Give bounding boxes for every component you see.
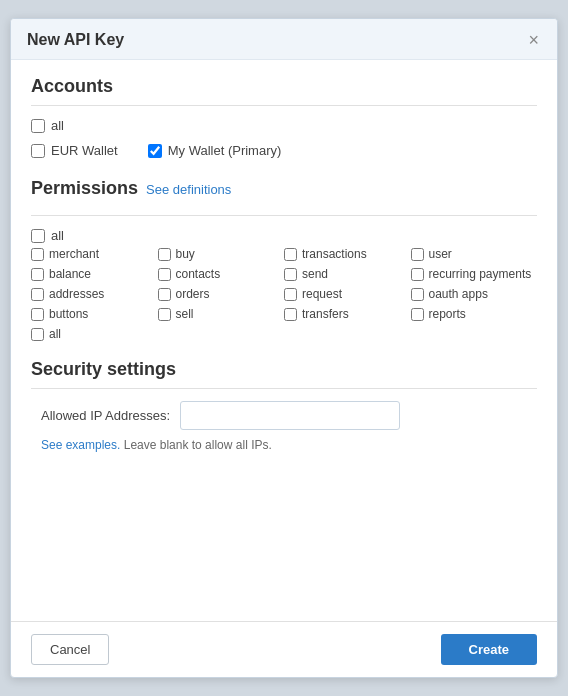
security-section: Security settings Allowed IP Addresses: …: [31, 359, 537, 452]
ip-input[interactable]: [180, 401, 400, 430]
perm-reports-checkbox[interactable]: [411, 308, 424, 321]
create-button[interactable]: Create: [441, 634, 537, 665]
perm-merchant-label[interactable]: merchant: [49, 247, 99, 261]
accounts-divider: [31, 105, 537, 106]
perms-col-3: transactions send request transfers: [284, 247, 411, 341]
modal-body: Accounts all EUR Wallet My Wallet (Prima…: [11, 60, 557, 621]
accounts-all-checkbox[interactable]: [31, 119, 45, 133]
perm-balance-checkbox[interactable]: [31, 268, 44, 281]
perm-addresses-checkbox[interactable]: [31, 288, 44, 301]
perm-sell: sell: [158, 307, 285, 321]
perms-col-2: buy contacts orders sell: [158, 247, 285, 341]
ip-label: Allowed IP Addresses:: [41, 408, 170, 423]
eur-wallet-row: EUR Wallet: [31, 143, 118, 158]
ip-hint-text: Leave blank to allow all IPs.: [120, 438, 271, 452]
perm-contacts: contacts: [158, 267, 285, 281]
perm-oauth-checkbox[interactable]: [411, 288, 424, 301]
perm-user: user: [411, 247, 538, 261]
perm-buy-label[interactable]: buy: [176, 247, 195, 261]
perm-all2: all: [31, 327, 158, 341]
permissions-header: Permissions See definitions: [31, 178, 537, 207]
perm-oauth-label[interactable]: oauth apps: [429, 287, 488, 301]
perm-user-checkbox[interactable]: [411, 248, 424, 261]
perms-col-4: user recurring payments oauth apps repor…: [411, 247, 538, 341]
permissions-title: Permissions: [31, 178, 138, 199]
accounts-all-label[interactable]: all: [51, 118, 64, 133]
perm-buttons-label[interactable]: buttons: [49, 307, 88, 321]
perm-recurring-payments: recurring payments: [411, 267, 538, 281]
perm-request-label[interactable]: request: [302, 287, 342, 301]
perm-recurring-checkbox[interactable]: [411, 268, 424, 281]
permissions-divider: [31, 215, 537, 216]
perm-contacts-checkbox[interactable]: [158, 268, 171, 281]
perm-oauth-apps: oauth apps: [411, 287, 538, 301]
perm-buttons-checkbox[interactable]: [31, 308, 44, 321]
perm-transfers-checkbox[interactable]: [284, 308, 297, 321]
my-wallet-checkbox[interactable]: [148, 144, 162, 158]
perm-contacts-label[interactable]: contacts: [176, 267, 221, 281]
wallets-row: EUR Wallet My Wallet (Primary): [31, 143, 537, 164]
accounts-title: Accounts: [31, 76, 537, 97]
my-wallet-row: My Wallet (Primary): [148, 143, 282, 158]
perm-all2-checkbox[interactable]: [31, 328, 44, 341]
perm-buy-checkbox[interactable]: [158, 248, 171, 261]
security-divider: [31, 388, 537, 389]
perm-transfers-label[interactable]: transfers: [302, 307, 349, 321]
perm-recurring-label[interactable]: recurring payments: [429, 267, 532, 281]
permissions-all-label[interactable]: all: [51, 228, 64, 243]
my-wallet-label[interactable]: My Wallet (Primary): [168, 143, 282, 158]
new-api-key-modal: New API Key × Accounts all EUR Wallet: [10, 18, 558, 678]
perm-addresses: addresses: [31, 287, 158, 301]
perm-sell-label[interactable]: sell: [176, 307, 194, 321]
perm-sell-checkbox[interactable]: [158, 308, 171, 321]
perm-orders-checkbox[interactable]: [158, 288, 171, 301]
perm-orders-label[interactable]: orders: [176, 287, 210, 301]
see-definitions-link[interactable]: See definitions: [146, 182, 231, 197]
permissions-all-row: all: [31, 228, 537, 243]
perm-merchant: merchant: [31, 247, 158, 261]
ip-hint: See examples. Leave blank to allow all I…: [41, 438, 537, 452]
permissions-section: Permissions See definitions all merchant: [31, 178, 537, 341]
perms-col-1: merchant balance addresses buttons: [31, 247, 158, 341]
permissions-all-checkbox[interactable]: [31, 229, 45, 243]
permissions-columns: merchant balance addresses buttons: [31, 247, 537, 341]
ip-row: Allowed IP Addresses:: [41, 401, 537, 430]
perm-transactions-checkbox[interactable]: [284, 248, 297, 261]
perm-orders: orders: [158, 287, 285, 301]
accounts-section: Accounts all EUR Wallet My Wallet (Prima…: [31, 76, 537, 164]
perm-balance: balance: [31, 267, 158, 281]
modal-title: New API Key: [27, 31, 124, 49]
cancel-button[interactable]: Cancel: [31, 634, 109, 665]
perm-request-checkbox[interactable]: [284, 288, 297, 301]
close-button[interactable]: ×: [526, 31, 541, 49]
perm-merchant-checkbox[interactable]: [31, 248, 44, 261]
modal-footer: Cancel Create: [11, 621, 557, 677]
perm-reports-label[interactable]: reports: [429, 307, 466, 321]
perm-all2-label[interactable]: all: [49, 327, 61, 341]
perm-transfers: transfers: [284, 307, 411, 321]
perm-request: request: [284, 287, 411, 301]
security-title: Security settings: [31, 359, 537, 380]
perm-user-label[interactable]: user: [429, 247, 452, 261]
perm-buttons: buttons: [31, 307, 158, 321]
perm-send-label[interactable]: send: [302, 267, 328, 281]
see-examples-link[interactable]: See examples.: [41, 438, 120, 452]
eur-wallet-checkbox[interactable]: [31, 144, 45, 158]
perm-send-checkbox[interactable]: [284, 268, 297, 281]
modal-header: New API Key ×: [11, 19, 557, 60]
perm-send: send: [284, 267, 411, 281]
perm-transactions: transactions: [284, 247, 411, 261]
perm-addresses-label[interactable]: addresses: [49, 287, 104, 301]
perm-transactions-label[interactable]: transactions: [302, 247, 367, 261]
accounts-all-row: all: [31, 118, 537, 133]
perm-reports: reports: [411, 307, 538, 321]
perm-buy: buy: [158, 247, 285, 261]
accounts-grid: all EUR Wallet My Wallet (Primary): [31, 118, 537, 164]
eur-wallet-label[interactable]: EUR Wallet: [51, 143, 118, 158]
perm-balance-label[interactable]: balance: [49, 267, 91, 281]
